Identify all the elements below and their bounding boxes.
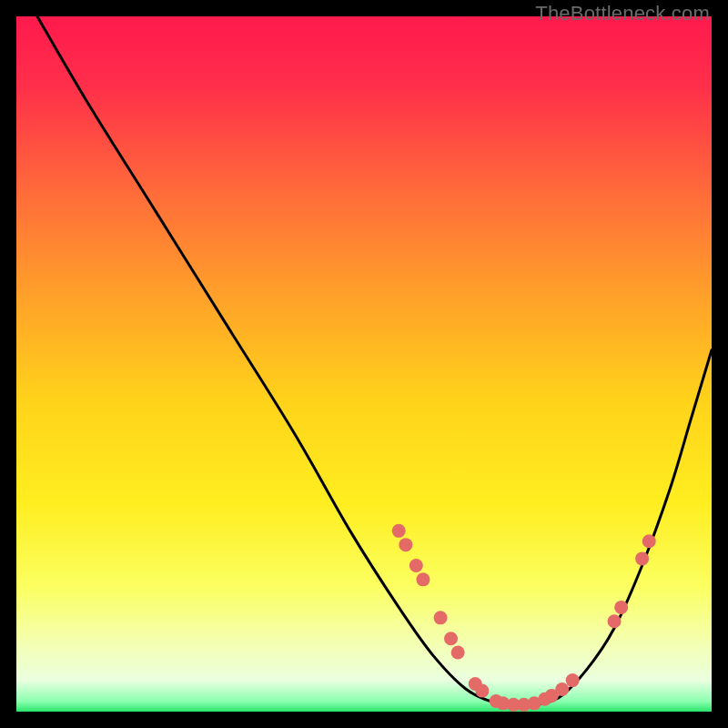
marker-point — [642, 534, 656, 548]
marker-point — [555, 682, 569, 696]
marker-point — [434, 611, 448, 624]
marker-point — [608, 614, 622, 628]
marker-point — [635, 551, 649, 565]
marker-point — [392, 524, 406, 538]
watermark-text: TheBottleneck.com — [535, 2, 710, 25]
marker-point — [416, 572, 430, 586]
marker-point — [444, 632, 458, 645]
gradient-background — [16, 16, 712, 712]
marker-point — [475, 684, 489, 698]
marker-point — [451, 646, 465, 660]
marker-point — [614, 601, 628, 614]
marker-point — [566, 673, 580, 687]
marker-point — [410, 559, 423, 572]
marker-point — [399, 538, 412, 551]
bottleneck-chart — [16, 16, 712, 712]
chart-frame — [16, 16, 712, 712]
